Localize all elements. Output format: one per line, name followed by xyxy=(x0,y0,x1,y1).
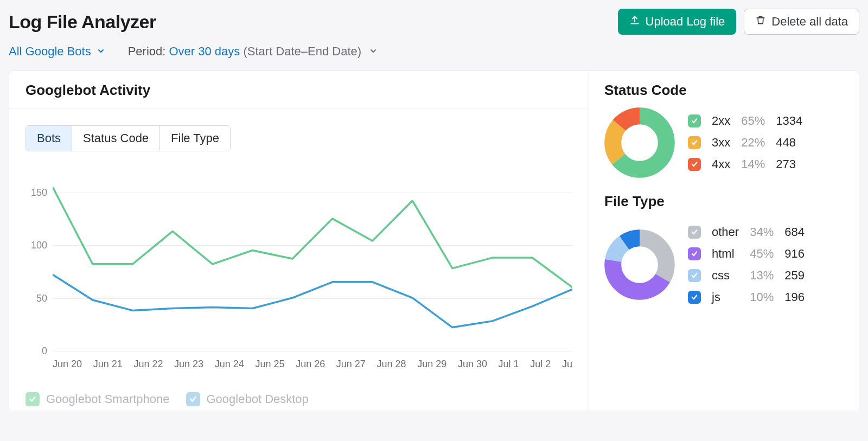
upload-log-button[interactable]: Upload Log file xyxy=(618,9,737,35)
activity-title: Googlebot Activity xyxy=(9,71,589,109)
legend-name: 2xx xyxy=(712,114,730,128)
tab-status-code[interactable]: Status Code xyxy=(72,126,160,151)
legend-pct: 10% xyxy=(750,290,774,304)
period-range: (Start Date–End Date) xyxy=(243,44,361,58)
status-code-legend: 2xx65%13343xx22%4484xx14%273 xyxy=(688,114,802,171)
tab-file-type[interactable]: File Type xyxy=(160,126,230,151)
checkbox-icon xyxy=(688,247,701,260)
file-type-legend: other34%684html45%916css13%259js10%196 xyxy=(688,225,805,304)
legend-count: 1334 xyxy=(776,114,802,128)
header-actions: Upload Log file Delete all data xyxy=(618,9,859,35)
delete-all-button[interactable]: Delete all data xyxy=(744,9,859,35)
legend-name: 4xx xyxy=(712,157,730,171)
legend-desktop[interactable]: Googlebot Desktop xyxy=(186,392,309,406)
legend-pct: 45% xyxy=(750,247,774,261)
legend-name: html xyxy=(712,247,739,261)
chart-legend: Googlebot Smartphone Googlebot Desktop xyxy=(25,392,309,406)
bot-filter-label: All Google Bots xyxy=(9,44,91,59)
chevron-down-icon xyxy=(97,44,105,59)
legend-count: 259 xyxy=(784,269,805,283)
checkbox-icon xyxy=(688,114,701,127)
checkbox-icon xyxy=(688,136,701,149)
checkbox-icon xyxy=(688,158,701,171)
svg-point-2 xyxy=(613,116,667,170)
legend-smartphone[interactable]: Googlebot Smartphone xyxy=(25,392,170,406)
checkbox-icon xyxy=(688,291,701,304)
svg-point-6 xyxy=(613,238,667,292)
legend-count: 916 xyxy=(784,247,805,261)
legend-pct: 65% xyxy=(741,114,765,128)
legend-count: 273 xyxy=(776,157,802,171)
legend-count: 448 xyxy=(776,136,802,150)
legend-pct: 13% xyxy=(750,269,774,283)
bot-filter-dropdown[interactable]: All Google Bots xyxy=(9,44,105,59)
legend-count: 196 xyxy=(784,290,805,304)
legend-pct: 22% xyxy=(741,136,765,150)
legend-name: 3xx xyxy=(712,136,730,150)
period-prefix: Period: xyxy=(128,44,166,58)
legend-name: css xyxy=(712,269,739,283)
trash-icon xyxy=(755,15,766,29)
legend-pct: 34% xyxy=(750,225,774,239)
legend-pct: 14% xyxy=(741,157,765,171)
period-filter-dropdown[interactable]: Period: Over 30 days (Start Date–End Dat… xyxy=(128,44,378,59)
checkbox-icon xyxy=(186,392,200,406)
checkbox-icon xyxy=(688,269,701,282)
page-title: Log File Analyzer xyxy=(9,11,156,33)
side-panel: Status Code 2xx65%13343xx22%4484xx14%273… xyxy=(589,71,859,411)
status-code-donut xyxy=(604,107,675,178)
period-value: Over 30 days xyxy=(169,44,240,58)
activity-chart: 050100150 Jun 20Jun 21Jun 22Jun 23Jun 24… xyxy=(25,182,572,377)
checkbox-icon xyxy=(25,392,40,406)
file-type-donut xyxy=(604,229,675,300)
file-type-title: File Type xyxy=(604,193,844,210)
legend-name: js xyxy=(712,290,739,304)
legend-name: other xyxy=(712,225,739,239)
legend-count: 684 xyxy=(784,225,805,239)
status-code-title: Status Code xyxy=(604,82,844,99)
checkbox-icon xyxy=(688,226,701,239)
upload-log-label: Upload Log file xyxy=(646,15,725,29)
delete-all-label: Delete all data xyxy=(771,15,848,29)
tab-bots[interactable]: Bots xyxy=(26,126,72,151)
chevron-down-icon xyxy=(369,44,378,59)
chart-tabs: Bots Status Code File Type xyxy=(25,125,231,151)
activity-panel: Googlebot Activity Bots Status Code File… xyxy=(9,71,589,411)
upload-icon xyxy=(629,15,640,29)
